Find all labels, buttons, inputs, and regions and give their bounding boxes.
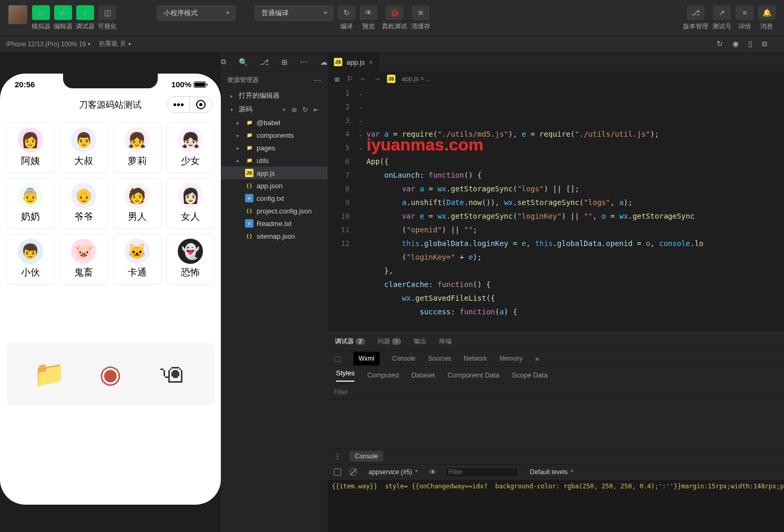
dt-tab-output[interactable]: 输出: [413, 337, 427, 346]
styles-tab-styles[interactable]: Styles: [336, 369, 354, 382]
folder-icon[interactable]: 📁: [30, 355, 68, 393]
files-icon[interactable]: ⧉: [221, 57, 226, 66]
grid-item[interactable]: 👻恐怖: [167, 234, 215, 284]
dt-subtab-network[interactable]: Network: [464, 355, 487, 362]
debugger-button[interactable]: ⌗: [76, 5, 94, 20]
tree-item[interactable]: ≡config.txt: [221, 192, 328, 204]
copy-icon[interactable]: ⧉: [762, 39, 767, 48]
compile-select[interactable]: 普通编译: [254, 5, 333, 21]
console-drawer-button[interactable]: Console: [350, 451, 383, 462]
app-title: 刀客源码站测试: [53, 99, 167, 111]
tab-close-icon[interactable]: ×: [369, 58, 373, 66]
real-debug-button[interactable]: 🐞: [385, 5, 403, 20]
grid-item[interactable]: 👨大叔: [60, 122, 108, 173]
styles-tab-computed[interactable]: Computed: [367, 371, 399, 379]
grid-item[interactable]: 👴爷爷: [60, 178, 108, 229]
eye-icon[interactable]: 👁: [429, 468, 436, 476]
device-select[interactable]: iPhone 12/13 (Pro) 100% 16: [6, 40, 90, 48]
tree-item[interactable]: { }sitemap.json: [221, 230, 328, 242]
code-editor[interactable]: 123456789101112 ⌄⌄⌄⌄⌄ iyuanmas.com var a…: [328, 86, 784, 332]
grid-item[interactable]: 👦小伙: [6, 234, 55, 284]
cloud-icon[interactable]: ☁: [320, 58, 328, 66]
refresh-icon[interactable]: ↻: [717, 39, 723, 48]
editor-button[interactable]: ‹/›: [54, 5, 72, 20]
open-editors-section[interactable]: ▸ 打开的编辑器: [221, 89, 328, 103]
compile-button[interactable]: ↻: [338, 5, 355, 20]
status-time: 20:56: [15, 80, 35, 89]
clear-console-icon[interactable]: [350, 468, 357, 476]
grid-item[interactable]: 🧑男人: [113, 178, 161, 229]
dt-subtab-wxml[interactable]: Wxml: [353, 352, 380, 365]
avatar-icon: 👻: [178, 239, 203, 264]
messages-button[interactable]: 🔔: [758, 5, 776, 20]
tree-item[interactable]: ▸📁components: [221, 129, 328, 141]
dt-tab-debugger[interactable]: 调试器 2: [334, 337, 366, 346]
tree-item[interactable]: JSapp.js: [221, 167, 328, 179]
hot-reload-select[interactable]: 热重载 关: [99, 39, 130, 48]
simulator-button[interactable]: ▭: [32, 5, 50, 20]
clear-cache-button[interactable]: ≋: [412, 5, 430, 20]
tree-item[interactable]: ▸📁pages: [221, 141, 328, 154]
branch-icon[interactable]: ⎇: [260, 58, 269, 66]
visualize-button[interactable]: ◫: [98, 5, 116, 20]
styles-tab-component[interactable]: Component Data: [447, 371, 499, 379]
grid-item[interactable]: 👩阿姨: [6, 122, 55, 173]
capsule-close-button[interactable]: [190, 97, 212, 112]
dt-tab-terminal[interactable]: 终端: [438, 337, 453, 346]
styles-filter-input[interactable]: [334, 388, 784, 396]
tree-item-label: app.json: [257, 182, 282, 190]
console-menu-icon[interactable]: ⋮: [334, 452, 341, 461]
version-mgmt-button[interactable]: ⎇: [687, 5, 705, 20]
forward-icon[interactable]: →: [373, 75, 381, 83]
tree-item[interactable]: { }project.config.json: [221, 204, 328, 217]
record-icon[interactable]: ◉: [732, 39, 739, 48]
preview-button[interactable]: 👁: [360, 5, 378, 20]
capsule-more-button[interactable]: •••: [168, 97, 190, 112]
grid-item[interactable]: 👧🏻少女: [167, 122, 215, 173]
details-button[interactable]: ≡: [736, 5, 754, 20]
record-circle-icon[interactable]: ◉: [91, 355, 129, 393]
search-icon[interactable]: 🔍: [239, 58, 248, 66]
context-select[interactable]: appservice (#5): [365, 467, 421, 477]
more-subtabs-icon[interactable]: »: [535, 354, 539, 363]
tree-item[interactable]: ▸📁@babel: [221, 116, 328, 129]
new-file-icon[interactable]: +: [282, 106, 286, 114]
dt-subtab-sources[interactable]: Sources: [428, 355, 451, 362]
tree-item[interactable]: { }app.json: [221, 179, 328, 192]
editor-tab[interactable]: JS app.js ×: [328, 53, 379, 71]
inspect-icon[interactable]: ⬚: [334, 354, 341, 363]
list-icon[interactable]: ≣: [334, 75, 340, 83]
back-icon[interactable]: ←: [360, 75, 367, 83]
device-icon[interactable]: 🖲: [152, 355, 190, 393]
more-icon[interactable]: ⋯: [300, 58, 308, 66]
styles-tab-dataset[interactable]: Dataset: [411, 371, 435, 379]
extensions-icon[interactable]: ⊞: [281, 58, 288, 66]
avatar-grid: 👩阿姨👨大叔👧萝莉👧🏻少女👵奶奶👴爷爷🧑男人👩🏻女人👦小伙🐷鬼畜🐱卡通👻恐怖: [0, 117, 221, 290]
levels-select[interactable]: Default levels: [527, 467, 576, 477]
tree-item[interactable]: ▸📁utils: [221, 154, 328, 167]
grid-item[interactable]: 👧萝莉: [113, 122, 161, 173]
grid-item[interactable]: 👩🏻女人: [167, 178, 215, 229]
new-folder-icon[interactable]: ⊕: [291, 106, 297, 114]
tree-item[interactable]: ≡Readme.txt: [221, 217, 328, 230]
console-filter-input[interactable]: [445, 467, 518, 477]
collapse-tree-icon[interactable]: ⇤: [313, 106, 319, 114]
dt-tab-issues[interactable]: 问题 9: [376, 337, 402, 346]
grid-item[interactable]: 🐷鬼畜: [60, 234, 108, 284]
bookmark-icon[interactable]: ⚐: [347, 75, 353, 83]
dt-subtab-console[interactable]: Console: [392, 355, 415, 362]
grid-label: 阿姨: [21, 155, 40, 167]
play-icon[interactable]: [334, 468, 341, 476]
source-section[interactable]: ▾ 源码 + ⊕ ↻ ⇤: [221, 103, 328, 116]
project-thumbnail[interactable]: [8, 5, 27, 24]
console-output: {{item.way}} style= {{onChangedway==idx?…: [328, 480, 784, 533]
styles-tab-scope[interactable]: Scope Data: [512, 371, 547, 379]
dt-subtab-memory[interactable]: Memory: [500, 355, 522, 362]
phone-icon[interactable]: ▯: [748, 39, 752, 48]
test-id-button[interactable]: ↗: [713, 5, 731, 20]
refresh-tree-icon[interactable]: ↻: [302, 106, 308, 114]
grid-item[interactable]: 🐱卡通: [113, 234, 161, 284]
grid-item[interactable]: 👵奶奶: [6, 178, 55, 229]
mode-select[interactable]: 小程序模式: [157, 5, 236, 21]
explorer-more-icon[interactable]: ⋯: [314, 76, 321, 85]
